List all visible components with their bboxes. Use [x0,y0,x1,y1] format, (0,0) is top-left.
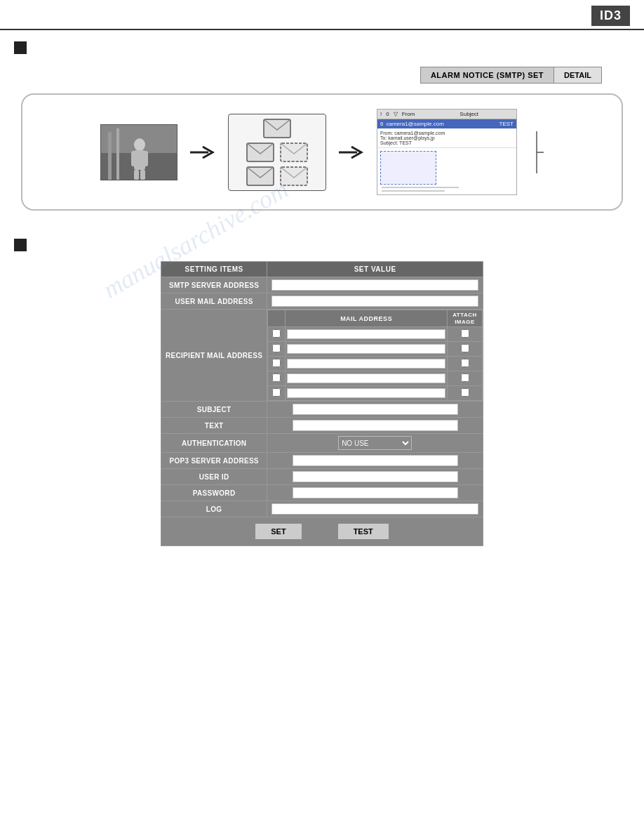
user-mail-value [267,293,483,310]
recipient-checkbox-1[interactable] [272,329,281,338]
email-col-subject: Subject [459,111,514,117]
svg-rect-5 [142,151,148,166]
user-id-value [267,469,483,485]
pop3-value [267,453,483,469]
col-value-header: SET VALUE [267,262,483,277]
email-selected-row: 6 camera1@sample.com TEST [377,119,516,128]
recipient-email-input-2[interactable] [287,344,445,354]
attach-checkbox-1[interactable] [461,329,469,338]
id3-badge: ID3 [591,6,630,26]
recipient-row-5 [268,386,483,401]
header: ID3 [0,0,644,30]
auth-select[interactable]: NO USE POP before SMTP SMTP-AUTH [338,436,412,450]
attach-checkbox-4[interactable] [461,373,469,382]
mail-icon-1 [263,119,291,138]
subject-input[interactable] [293,404,458,415]
recipient-checkbox-4[interactable] [272,373,281,382]
svg-rect-4 [131,151,137,166]
table-row: USER ID [161,469,483,485]
mail-address-header: MAIL ADDRESS [286,310,448,327]
camera-image [100,124,177,180]
email-text-line-1 [382,187,459,188]
recipient-email-input-1[interactable] [287,329,445,339]
table-row: RECIPIENT MAIL ADDRESS MAIL ADDRESS ATTA… [161,310,483,402]
table-row: USER MAIL ADDRESS [161,293,483,310]
mail-icon-3 [280,143,308,162]
settings-table-container: SETTING ITEMS SET VALUE SMTP SERVER ADDR… [14,261,630,546]
svg-point-2 [134,138,145,151]
table-row: LOG [161,501,483,517]
table-row: SMTP SERVER ADDRESS [161,277,483,293]
text-input[interactable] [293,420,458,431]
recipient-mail-value: MAIL ADDRESS ATTACH IMAGE [267,310,483,402]
svg-rect-8 [108,132,112,180]
email-text-line-2 [382,190,445,192]
svg-rect-9 [116,128,119,180]
smtp-server-label: SMTP SERVER ADDRESS [161,277,267,293]
attach-checkbox-2[interactable] [461,344,469,352]
smtp-server-value [267,277,483,293]
svg-rect-7 [140,170,145,180]
second-section-title [14,239,630,251]
auth-label: AUTHENTICATION [161,434,267,453]
mail-icons-box [228,114,326,191]
email-preview-header: From: camera1@sample.com To: kamail.user… [377,128,516,148]
table-row: POP3 SERVER ADDRESS [161,453,483,469]
password-input[interactable] [293,487,458,498]
buttons-row: SET TEST [161,517,483,546]
attach-checkbox-5[interactable] [461,388,469,397]
recipient-row-3 [268,357,483,371]
user-id-label: USER ID [161,469,267,485]
alarm-btn-row: ALARM NOTICE (SMTP) SET DETAIL [14,67,602,84]
recipient-email-input-4[interactable] [287,373,445,383]
test-button[interactable]: TEST [337,523,389,540]
text-value [267,418,483,434]
recipient-row-4 [268,371,483,386]
email-client-mockup: ! 0 ▽ From Subject 6 camera1@sample.com … [377,109,517,195]
col-setting-header: SETTING ITEMS [161,262,267,277]
user-mail-label: USER MAIL ADDRESS [161,293,267,310]
section-bullet-2 [14,239,27,251]
log-value [267,501,483,517]
recipient-checkbox-2[interactable] [272,344,281,352]
arrow-1 [190,144,215,161]
password-value [267,485,483,501]
mail-icon-2 [246,143,274,162]
email-col-zero: 0 [386,111,389,117]
attach-checkbox-3[interactable] [461,359,469,367]
set-button[interactable]: SET [255,523,302,540]
arrow-2 [339,144,364,161]
alarm-notice-btn[interactable]: ALARM NOTICE (SMTP) SET [420,67,554,84]
top-section-title [14,41,630,54]
subject-value [267,402,483,418]
recipient-email-input-3[interactable] [287,359,445,369]
user-id-input[interactable] [293,471,458,482]
recipient-row-2 [268,342,483,357]
subject-label: SUBJECT [161,402,267,418]
table-row: AUTHENTICATION NO USE POP before SMTP SM… [161,434,483,453]
auth-value: NO USE POP before SMTP SMTP-AUTH [267,434,483,453]
top-section: ALARM NOTICE (SMTP) SET DETAIL [0,30,644,239]
detail-btn[interactable]: DETAIL [554,67,602,84]
user-mail-input[interactable] [271,296,478,307]
second-section: SETTING ITEMS SET VALUE SMTP SERVER ADDR… [0,239,644,546]
buttons-container: SET TEST [167,523,477,540]
log-label: LOG [161,501,267,517]
recipient-row-1 [268,327,483,342]
recipient-checkbox-3[interactable] [272,359,281,367]
mail-icon-5 [280,166,308,186]
text-label: TEXT [161,418,267,434]
table-row: TEXT [161,418,483,434]
pop3-input[interactable] [293,455,458,466]
section-bullet-1 [14,41,27,54]
log-input[interactable] [271,503,478,515]
settings-table: SETTING ITEMS SET VALUE SMTP SERVER ADDR… [161,261,483,546]
email-col-from: From [402,111,456,117]
email-body [377,148,516,194]
smtp-server-input[interactable] [271,279,478,291]
recipient-checkbox-5[interactable] [272,388,281,397]
recipient-email-input-5[interactable] [287,388,445,398]
pop3-label: POP3 SERVER ADDRESS [161,453,267,469]
table-row: SUBJECT [161,402,483,418]
recipient-subtable: MAIL ADDRESS ATTACH IMAGE [267,310,483,401]
